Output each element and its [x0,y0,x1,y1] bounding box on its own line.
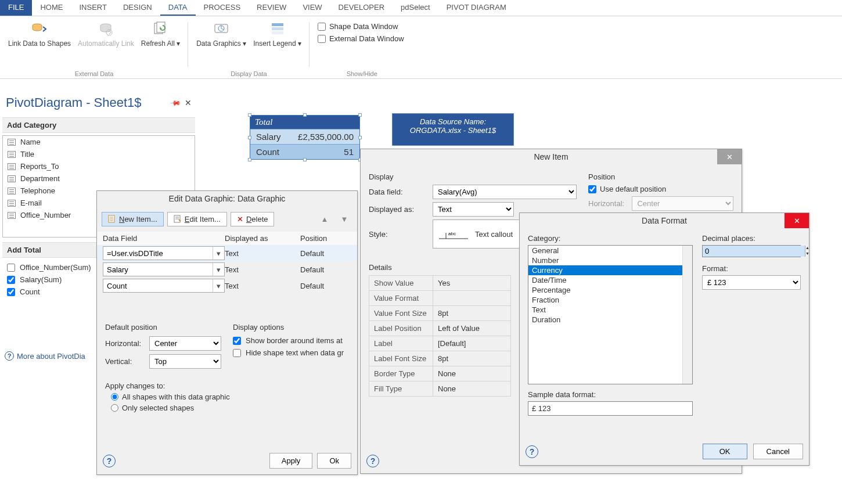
vertical-select[interactable]: Top [149,354,221,369]
cancel-button[interactable]: Cancel [753,444,803,459]
table-row[interactable]: Label Font Size8pt [369,351,511,366]
shape-data-checkbox[interactable]: Shape Data Window [318,22,404,31]
hide-shape-checkbox[interactable]: Hide shape text when data gr [233,348,349,357]
table-row[interactable]: ▾ Text Default [97,261,357,278]
data-graphics-icon [212,20,231,38]
tab-developer[interactable]: DEVELOPER [330,0,393,16]
table-row[interactable]: Label PositionLeft of Value [369,321,511,336]
show-border-checkbox[interactable]: Show border around items at [233,336,349,345]
delete-button[interactable]: ✕Delete [231,212,275,226]
apply-all-radio[interactable]: All shapes with this data graphic [111,393,349,401]
col-position: Position [300,234,351,243]
close-button[interactable]: ✕ [717,149,742,164]
edit-item-button[interactable]: Edit Item... [167,212,227,226]
help-icon[interactable]: ? [366,455,379,467]
pin-icon[interactable]: 📌 [170,97,182,109]
table-row[interactable]: ▾ Text Default [97,278,357,294]
tab-view[interactable]: VIEW [294,0,330,16]
list-item[interactable]: Name [3,136,195,148]
help-icon[interactable]: ? [103,455,116,467]
datasource-shape[interactable]: Data Source Name: ORGDATA.xlsx - Sheet1$ [392,113,514,146]
ok-button[interactable]: Ok [317,453,351,469]
apply-sel-radio[interactable]: Only selected shapes [111,404,349,412]
list-item[interactable]: Reports_To [3,160,195,172]
svg-text:abc: abc [448,231,456,236]
decimal-label: Decimal places: [702,234,801,243]
new-item-button[interactable]: New Item... [102,212,164,226]
group-show-hide: Show/Hide [347,70,377,78]
more-link[interactable]: ?More about PivotDia [2,348,88,364]
tab-file[interactable]: FILE [0,0,32,16]
list-item[interactable]: General [528,246,692,255]
total-shape[interactable]: Total Salary£2,535,000.00 Count51 [250,115,360,160]
group-display-data: Display Data [231,70,267,78]
table-row[interactable]: Value Format [369,291,511,306]
format-select[interactable]: £ 123 [702,275,801,290]
insert-legend-label: Insert Legend ▾ [253,39,301,48]
field-icon [8,139,16,146]
auto-link-button[interactable]: Automatically Link [74,19,138,70]
tab-process[interactable]: PROCESS [196,0,249,16]
data-graphics-button[interactable]: Data Graphics ▾ [193,19,250,70]
data-field-select[interactable]: Salary(Avg) [433,185,577,199]
auto-link-icon [96,20,115,38]
close-icon[interactable]: ✕ [185,98,192,107]
shape-data-label: Shape Data Window [329,22,398,31]
help-icon[interactable]: ? [526,445,538,458]
spin-down-icon[interactable]: ▼ [805,251,809,257]
category-list[interactable]: General Number Currency Date/Time Percen… [528,245,693,384]
list-item[interactable]: Currency [528,265,692,275]
table-row[interactable]: Value Font Size8pt [369,306,511,321]
external-data-label: External Data Window [329,34,404,43]
col-data-field: Data Field [103,234,225,243]
field-icon [8,200,16,207]
insert-legend-icon [268,20,287,38]
data-field-combo[interactable]: ▾ [103,262,225,276]
table-row[interactable]: ▾ Text Default [97,245,357,261]
ok-button[interactable]: OK [703,444,747,459]
data-field-combo[interactable]: ▾ [103,279,225,293]
table-row[interactable]: Border TypeNone [369,366,511,381]
link-data-button[interactable]: Link Data to Shapes [5,19,74,70]
use-default-checkbox[interactable]: Use default position [588,185,733,193]
horizontal-select[interactable]: Center [149,336,221,351]
tab-data[interactable]: DATA [160,0,196,16]
displayed-as-select[interactable]: Text [433,202,514,217]
tab-pivot-diagram[interactable]: PIVOT DIAGRAM [438,0,514,16]
chevron-down-icon[interactable]: ▾ [213,279,224,292]
tab-home[interactable]: HOME [32,0,71,16]
table-row[interactable]: Fill TypeNone [369,381,511,397]
tab-insert[interactable]: INSERT [71,0,114,16]
count-label: Count [256,147,279,157]
move-up-button[interactable]: ▲ [316,211,333,227]
col-displayed-as: Displayed as [225,234,300,243]
data-field-combo[interactable]: ▾ [103,246,225,260]
tab-review[interactable]: REVIEW [249,0,294,16]
chevron-down-icon[interactable]: ▾ [213,247,224,260]
field-icon [8,163,16,170]
table-row[interactable]: Show ValueYes [369,276,511,291]
help-icon: ? [5,351,14,361]
list-item[interactable]: Department [3,172,195,185]
external-data-checkbox[interactable]: External Data Window [318,34,404,43]
close-button[interactable]: ✕ [785,213,809,228]
tab-design[interactable]: DESIGN [115,0,160,16]
apply-button[interactable]: Apply [269,453,313,469]
refresh-label: Refresh All ▾ [141,39,180,48]
list-item[interactable]: Number [528,255,692,265]
tab-pdselect[interactable]: pdSelect [393,0,438,16]
refresh-button[interactable]: Refresh All ▾ [138,19,183,70]
list-item[interactable]: Date/Time [528,275,692,285]
link-data-label: Link Data to Shapes [8,39,71,48]
list-item[interactable]: Text [528,305,692,315]
move-down-button[interactable]: ▼ [336,211,352,227]
list-item[interactable]: Title [3,148,195,160]
chevron-down-icon[interactable]: ▾ [213,263,224,276]
list-item[interactable]: Duration [528,315,692,325]
list-item[interactable]: Percentage [528,285,692,295]
insert-legend-button[interactable]: Insert Legend ▾ [250,19,305,70]
table-row[interactable]: Label[Default] [369,336,511,351]
list-item[interactable]: Fraction [528,295,692,305]
spin-up-icon[interactable]: ▲ [805,246,809,251]
decimal-input[interactable]: ▲▼ [702,245,801,257]
